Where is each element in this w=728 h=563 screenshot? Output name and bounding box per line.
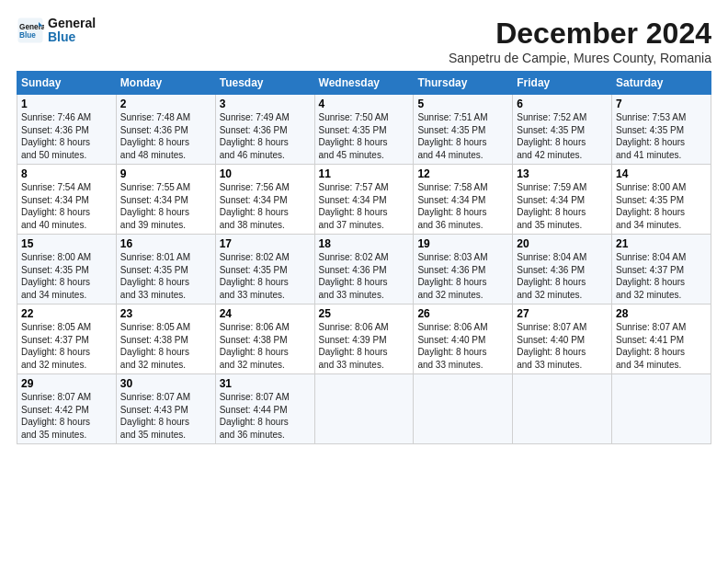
calendar-cell: 3 Sunrise: 7:49 AM Sunset: 4:36 PM Dayli…: [215, 95, 314, 165]
day-info: Sunrise: 8:06 AM Sunset: 4:39 PM Dayligh…: [319, 322, 389, 370]
calendar-cell: [612, 374, 711, 444]
calendar-cell: 5 Sunrise: 7:51 AM Sunset: 4:35 PM Dayli…: [414, 95, 513, 165]
calendar-cell: 4 Sunrise: 7:50 AM Sunset: 4:35 PM Dayli…: [314, 95, 414, 165]
week-row-5: 29 Sunrise: 8:07 AM Sunset: 4:42 PM Dayl…: [17, 374, 711, 444]
calendar-cell: 7 Sunrise: 7:53 AM Sunset: 4:35 PM Dayli…: [612, 95, 711, 165]
col-tuesday: Tuesday: [215, 72, 314, 95]
day-number: 3: [220, 98, 311, 110]
day-number: 17: [220, 237, 311, 250]
calendar-cell: 27 Sunrise: 8:07 AM Sunset: 4:40 PM Dayl…: [513, 304, 612, 374]
day-info: Sunrise: 8:05 AM Sunset: 4:37 PM Dayligh…: [21, 322, 91, 370]
calendar-cell: 13 Sunrise: 7:59 AM Sunset: 4:34 PM Dayl…: [513, 165, 612, 235]
logo-text-blue: Blue: [48, 30, 96, 44]
day-number: 8: [21, 167, 112, 180]
col-monday: Monday: [116, 72, 215, 95]
day-number: 9: [120, 167, 211, 180]
day-info: Sunrise: 7:54 AM Sunset: 4:34 PM Dayligh…: [21, 182, 91, 230]
day-number: 2: [120, 98, 211, 110]
day-info: Sunrise: 8:00 AM Sunset: 4:35 PM Dayligh…: [21, 252, 91, 300]
day-info: Sunrise: 7:46 AM Sunset: 4:36 PM Dayligh…: [21, 112, 91, 160]
calendar-cell: 1 Sunrise: 7:46 AM Sunset: 4:36 PM Dayli…: [17, 95, 117, 165]
calendar-cell: 26 Sunrise: 8:06 AM Sunset: 4:40 PM Dayl…: [414, 304, 513, 374]
day-number: 10: [220, 167, 311, 180]
week-row-2: 8 Sunrise: 7:54 AM Sunset: 4:34 PM Dayli…: [17, 165, 711, 235]
calendar-cell: 31 Sunrise: 8:07 AM Sunset: 4:44 PM Dayl…: [215, 374, 314, 444]
day-info: Sunrise: 8:07 AM Sunset: 4:43 PM Dayligh…: [120, 392, 190, 440]
calendar-cell: [414, 374, 513, 444]
calendar-cell: 19 Sunrise: 8:03 AM Sunset: 4:36 PM Dayl…: [414, 235, 513, 304]
day-number: 23: [120, 307, 211, 320]
day-number: 28: [616, 307, 707, 320]
day-info: Sunrise: 7:59 AM Sunset: 4:34 PM Dayligh…: [517, 182, 586, 230]
calendar-cell: 30 Sunrise: 8:07 AM Sunset: 4:43 PM Dayl…: [116, 374, 215, 444]
calendar-body: 1 Sunrise: 7:46 AM Sunset: 4:36 PM Dayli…: [17, 95, 711, 444]
day-info: Sunrise: 8:02 AM Sunset: 4:35 PM Dayligh…: [220, 252, 290, 300]
day-info: Sunrise: 8:07 AM Sunset: 4:42 PM Dayligh…: [21, 392, 91, 440]
logo-icon: General Blue: [17, 17, 44, 44]
day-number: 31: [220, 377, 311, 390]
calendar-cell: 21 Sunrise: 8:04 AM Sunset: 4:37 PM Dayl…: [612, 235, 711, 304]
day-info: Sunrise: 8:07 AM Sunset: 4:40 PM Dayligh…: [517, 322, 586, 370]
calendar-cell: 16 Sunrise: 8:01 AM Sunset: 4:35 PM Dayl…: [116, 235, 215, 304]
header-row: Sunday Monday Tuesday Wednesday Thursday…: [17, 72, 711, 95]
day-number: 15: [21, 237, 112, 250]
day-info: Sunrise: 8:03 AM Sunset: 4:36 PM Dayligh…: [417, 252, 487, 300]
header: General Blue General Blue December 2024 …: [17, 17, 711, 65]
calendar-cell: 22 Sunrise: 8:05 AM Sunset: 4:37 PM Dayl…: [17, 304, 117, 374]
day-number: 13: [517, 167, 608, 180]
day-info: Sunrise: 7:52 AM Sunset: 4:35 PM Dayligh…: [517, 112, 586, 160]
calendar-cell: 20 Sunrise: 8:04 AM Sunset: 4:36 PM Dayl…: [513, 235, 612, 304]
calendar-table: Sunday Monday Tuesday Wednesday Thursday…: [17, 71, 711, 444]
calendar-cell: [314, 374, 414, 444]
calendar-cell: [513, 374, 612, 444]
calendar-cell: 6 Sunrise: 7:52 AM Sunset: 4:35 PM Dayli…: [513, 95, 612, 165]
day-info: Sunrise: 7:49 AM Sunset: 4:36 PM Dayligh…: [220, 112, 290, 160]
day-info: Sunrise: 8:06 AM Sunset: 4:40 PM Dayligh…: [417, 322, 487, 370]
day-info: Sunrise: 8:04 AM Sunset: 4:36 PM Dayligh…: [517, 252, 586, 300]
day-number: 25: [319, 307, 410, 320]
calendar-cell: 8 Sunrise: 7:54 AM Sunset: 4:34 PM Dayli…: [17, 165, 117, 235]
day-number: 14: [616, 167, 707, 180]
svg-text:General: General: [19, 23, 44, 31]
day-info: Sunrise: 8:05 AM Sunset: 4:38 PM Dayligh…: [120, 322, 190, 370]
day-number: 4: [319, 98, 410, 110]
day-info: Sunrise: 7:57 AM Sunset: 4:34 PM Dayligh…: [319, 182, 389, 230]
day-number: 16: [120, 237, 211, 250]
day-info: Sunrise: 7:48 AM Sunset: 4:36 PM Dayligh…: [120, 112, 190, 160]
day-number: 5: [417, 98, 508, 110]
day-info: Sunrise: 8:02 AM Sunset: 4:36 PM Dayligh…: [319, 252, 389, 300]
day-number: 21: [616, 237, 707, 250]
day-number: 29: [21, 377, 112, 390]
day-number: 22: [21, 307, 112, 320]
day-info: Sunrise: 8:00 AM Sunset: 4:35 PM Dayligh…: [616, 182, 686, 230]
calendar-cell: 25 Sunrise: 8:06 AM Sunset: 4:39 PM Dayl…: [314, 304, 414, 374]
day-number: 24: [220, 307, 311, 320]
col-friday: Friday: [513, 72, 612, 95]
day-info: Sunrise: 8:06 AM Sunset: 4:38 PM Dayligh…: [220, 322, 290, 370]
day-number: 12: [417, 167, 508, 180]
col-wednesday: Wednesday: [314, 72, 414, 95]
day-number: 19: [417, 237, 508, 250]
calendar-cell: 2 Sunrise: 7:48 AM Sunset: 4:36 PM Dayli…: [116, 95, 215, 165]
logo-text-general: General: [48, 17, 96, 30]
day-info: Sunrise: 8:07 AM Sunset: 4:44 PM Dayligh…: [220, 392, 290, 440]
day-info: Sunrise: 7:58 AM Sunset: 4:34 PM Dayligh…: [417, 182, 487, 230]
subtitle: Sanpetru de Campie, Mures County, Romani…: [449, 51, 711, 65]
day-number: 26: [417, 307, 508, 320]
page: General Blue General Blue December 2024 …: [0, 0, 728, 563]
week-row-1: 1 Sunrise: 7:46 AM Sunset: 4:36 PM Dayli…: [17, 95, 711, 165]
calendar-cell: 12 Sunrise: 7:58 AM Sunset: 4:34 PM Dayl…: [414, 165, 513, 235]
calendar-cell: 18 Sunrise: 8:02 AM Sunset: 4:36 PM Dayl…: [314, 235, 414, 304]
col-saturday: Saturday: [612, 72, 711, 95]
calendar-cell: 28 Sunrise: 8:07 AM Sunset: 4:41 PM Dayl…: [612, 304, 711, 374]
calendar-cell: 11 Sunrise: 7:57 AM Sunset: 4:34 PM Dayl…: [314, 165, 414, 235]
day-info: Sunrise: 7:56 AM Sunset: 4:34 PM Dayligh…: [220, 182, 290, 230]
col-thursday: Thursday: [414, 72, 513, 95]
calendar-cell: 17 Sunrise: 8:02 AM Sunset: 4:35 PM Dayl…: [215, 235, 314, 304]
day-info: Sunrise: 7:53 AM Sunset: 4:35 PM Dayligh…: [616, 112, 686, 160]
week-row-3: 15 Sunrise: 8:00 AM Sunset: 4:35 PM Dayl…: [17, 235, 711, 304]
day-number: 11: [319, 167, 410, 180]
calendar-cell: 9 Sunrise: 7:55 AM Sunset: 4:34 PM Dayli…: [116, 165, 215, 235]
col-sunday: Sunday: [17, 72, 117, 95]
day-number: 1: [21, 98, 112, 110]
